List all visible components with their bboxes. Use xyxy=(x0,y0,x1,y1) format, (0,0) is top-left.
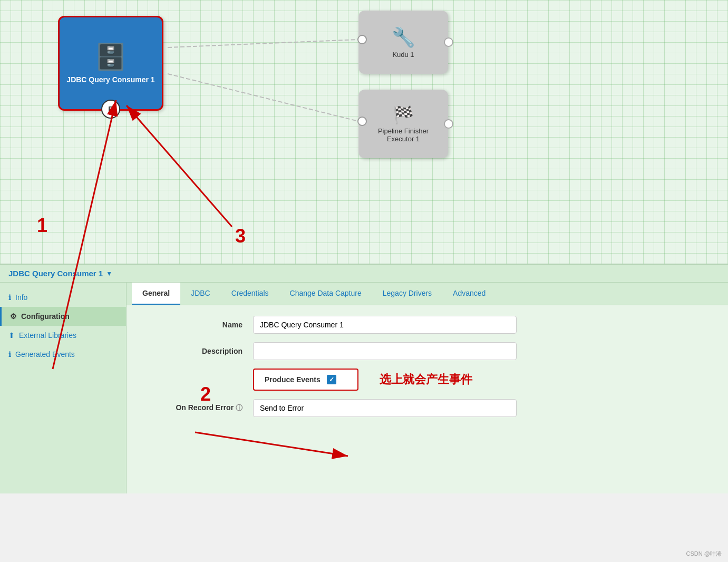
tab-legacy-drivers[interactable]: Legacy Drivers xyxy=(372,283,442,305)
pipeline-node-label: Pipeline Finisher Executor 1 xyxy=(364,127,443,143)
kudu-connector xyxy=(444,37,453,47)
on-record-error-row: On Record Error ⓘ xyxy=(148,399,707,417)
config-panel: JDBC Query Consumer 1 ▼ ℹ Info ⚙ Configu… xyxy=(0,264,728,493)
info-icon: ℹ xyxy=(8,293,11,302)
dropdown-arrow-icon[interactable]: ▼ xyxy=(106,270,112,277)
tab-change-data-capture[interactable]: Change Data Capture xyxy=(279,283,372,305)
produce-events-label: Produce Events xyxy=(265,375,321,384)
tab-general[interactable]: General xyxy=(132,283,180,305)
watermark: CSDN @叶浠 xyxy=(686,550,722,558)
name-label: Name xyxy=(148,321,242,329)
tabs-bar: General JDBC Credentials Change Data Cap… xyxy=(127,283,728,305)
description-input[interactable] xyxy=(253,342,517,360)
name-row: Name xyxy=(148,316,707,334)
component-titlebar: JDBC Query Consumer 1 ▼ xyxy=(0,265,728,283)
component-title[interactable]: JDBC Query Consumer 1 xyxy=(8,269,103,278)
panel-body: ℹ Info ⚙ Configuration ⬆ External Librar… xyxy=(0,283,728,493)
kudu-node-label: Kudu 1 xyxy=(392,51,414,59)
kudu-node[interactable]: 🔧 Kudu 1 xyxy=(358,11,448,74)
description-label: Description xyxy=(148,347,242,355)
svg-line-0 xyxy=(168,40,358,47)
jdbc-node-label: JDBC Query Consumer 1 xyxy=(66,75,154,84)
tab-advanced[interactable]: Advanced xyxy=(442,283,496,305)
sidebar-item-generated-events-label: Generated Events xyxy=(15,350,75,358)
pipeline-connector xyxy=(444,119,453,129)
kudu-input-dot xyxy=(357,35,367,44)
tab-credentials[interactable]: Credentials xyxy=(221,283,279,305)
left-sidebar: ℹ Info ⚙ Configuration ⬆ External Librar… xyxy=(0,283,127,493)
on-record-info-icon: ⓘ xyxy=(236,404,242,412)
pipeline-input-dot xyxy=(357,117,367,126)
gear-icon: ⚙ xyxy=(10,312,17,321)
sidebar-item-info-label: Info xyxy=(15,293,27,302)
pipeline-finisher-node[interactable]: 🏁 Pipeline Finisher Executor 1 xyxy=(358,90,448,158)
svg-line-2 xyxy=(168,74,358,121)
jdbc-node[interactable]: 🗄️ JDBC Query Consumer 1 E xyxy=(58,16,163,111)
upload-icon: ⬆ xyxy=(8,331,15,340)
sidebar-item-info[interactable]: ℹ Info xyxy=(0,288,126,307)
right-content: General JDBC Credentials Change Data Cap… xyxy=(127,283,728,493)
produce-events-box: Produce Events ✓ xyxy=(253,369,358,391)
description-row: Description xyxy=(148,342,707,360)
produce-events-row: Produce Events ✓ 选上就会产生事件 xyxy=(148,369,707,391)
sidebar-item-configuration[interactable]: ⚙ Configuration xyxy=(0,307,126,326)
pipeline-canvas: 🗄️ JDBC Query Consumer 1 E 🔧 Kudu 1 🏁 Pi… xyxy=(0,0,728,264)
sidebar-item-configuration-label: Configuration xyxy=(21,312,70,321)
kudu-icon: 🔧 xyxy=(392,26,415,49)
jdbc-icon: 🗄️ xyxy=(95,42,127,72)
event-badge: E xyxy=(101,100,120,119)
chinese-annotation: 选上就会产生事件 xyxy=(380,372,472,387)
produce-events-checkbox[interactable]: ✓ xyxy=(327,375,336,384)
name-input[interactable] xyxy=(253,316,517,334)
form-area: Name Description Produce Events ✓ 选上就会产生… xyxy=(127,305,728,436)
on-record-error-label: On Record Error ⓘ xyxy=(148,403,242,413)
pipeline-icon: 🏁 xyxy=(393,105,414,125)
on-record-error-input[interactable] xyxy=(253,399,517,417)
sidebar-item-external-libraries-label: External Libraries xyxy=(19,331,76,340)
generated-events-icon: ℹ xyxy=(8,350,11,358)
sidebar-item-generated-events[interactable]: ℹ Generated Events xyxy=(0,345,126,364)
sidebar-item-external-libraries[interactable]: ⬆ External Libraries xyxy=(0,326,126,345)
tab-jdbc[interactable]: JDBC xyxy=(180,283,221,305)
